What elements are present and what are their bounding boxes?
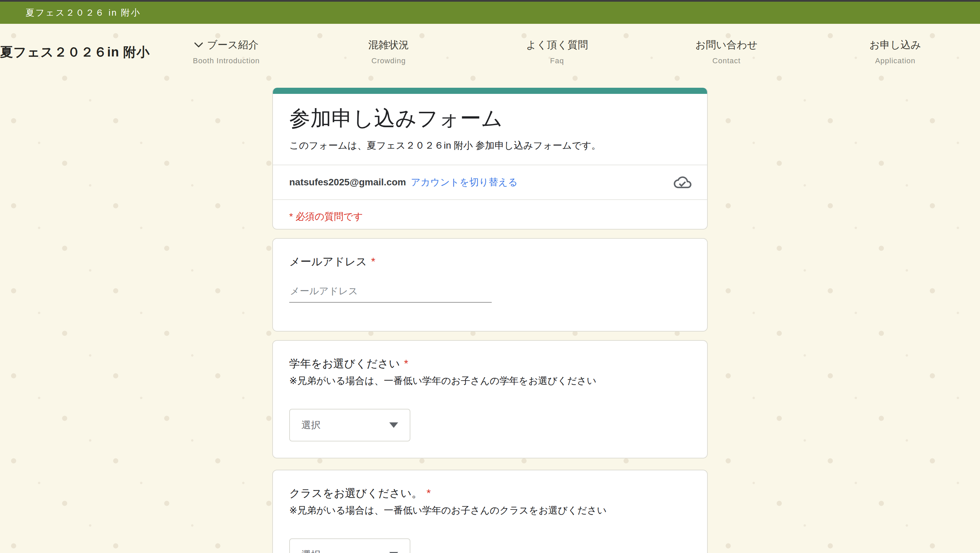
nav-item-label: ブース紹介 (207, 38, 258, 52)
class-dropdown[interactable]: 選択 (289, 539, 410, 553)
question-title-text: メールアドレス (289, 256, 367, 268)
required-star: * (427, 487, 431, 499)
nav-item-label: お申し込み (869, 38, 921, 52)
question-card-grade: 学年をお選びください* ※兄弟がいる場合は、一番低い学年のお子さんの学年をお選び… (272, 340, 708, 458)
nav-item-crowding[interactable]: 混雑状況 Crowding (368, 38, 409, 65)
switch-account-link[interactable]: アカウントを切り替える (411, 176, 517, 189)
nav-item-faq[interactable]: よく頂く質問 Faq (526, 38, 588, 65)
dropdown-caret-icon (389, 423, 398, 428)
account-email: natsufes2025@gmail.com (289, 177, 406, 188)
form-description: このフォームは、夏フェス２０２６in 附小 参加申し込みフォームです。 (289, 139, 691, 153)
nav-item-label: 混雑状況 (368, 38, 409, 52)
announcement-bar: 夏フェス２０２６ in 附小 (0, 2, 980, 24)
nav-item-sublabel: Application (869, 56, 921, 65)
cloud-done-icon[interactable] (674, 173, 692, 191)
nav-item-sublabel: Booth Introduction (193, 56, 260, 65)
question-title-text: クラスをお選びください。 (289, 487, 423, 499)
question-title: クラスをお選びください。* (289, 486, 691, 500)
nav-item-booth-introduction[interactable]: ブース紹介 Booth Introduction (193, 38, 260, 65)
question-title-text: 学年をお選びください (289, 358, 400, 370)
form-title: 参加申し込みフォーム (289, 105, 691, 131)
nav-item-application[interactable]: お申し込み Application (869, 38, 921, 65)
question-subtitle: ※兄弟がいる場合は、一番低い学年のお子さんの学年をお選びください (289, 374, 691, 388)
email-input[interactable] (289, 286, 492, 303)
question-card-email: メールアドレス* (272, 238, 708, 332)
site-title[interactable]: 夏フェス２０２６in 附小 (0, 43, 150, 61)
nav-item-contact[interactable]: お問い合わせ Contact (695, 38, 758, 65)
nav-item-sublabel: Contact (695, 56, 758, 65)
top-dark-line (0, 0, 980, 2)
question-card-class: クラスをお選びください。* ※兄弟がいる場合は、一番低い学年のお子さんのクラスを… (272, 470, 708, 553)
chevron-down-icon (194, 42, 203, 48)
site-header: 夏フェス２０２６in 附小 ブース紹介 Booth Introduction 混… (0, 24, 980, 78)
nav-item-label: お問い合わせ (695, 38, 758, 52)
question-title: 学年をお選びください* (289, 356, 691, 371)
nav-item-sublabel: Crowding (368, 56, 409, 65)
form-header-card: 参加申し込みフォーム このフォームは、夏フェス２０２６in 附小 参加申し込みフ… (272, 88, 708, 230)
question-subtitle: ※兄弟がいる場合は、一番低い学年のお子さんのクラスをお選びください (289, 504, 691, 517)
form-accent-bar (273, 88, 707, 94)
required-note: * 必須の質問です (273, 200, 707, 223)
nav-item-label: よく頂く質問 (526, 38, 588, 52)
grade-dropdown[interactable]: 選択 (289, 409, 410, 442)
nav-item-row: ブース紹介 (193, 38, 260, 52)
page: 夏フェス２０２６ in 附小 夏フェス２０２６in 附小 ブース紹介 Booth… (0, 0, 980, 553)
account-row: natsufes2025@gmail.com アカウントを切り替える (273, 165, 707, 199)
announcement-title: 夏フェス２０２６ in 附小 (25, 7, 141, 19)
nav-item-sublabel: Faq (526, 56, 588, 65)
question-title: メールアドレス* (289, 254, 691, 269)
dropdown-value: 選択 (301, 548, 321, 553)
required-star: * (371, 256, 375, 268)
required-star: * (404, 358, 408, 370)
dropdown-value: 選択 (301, 419, 321, 432)
